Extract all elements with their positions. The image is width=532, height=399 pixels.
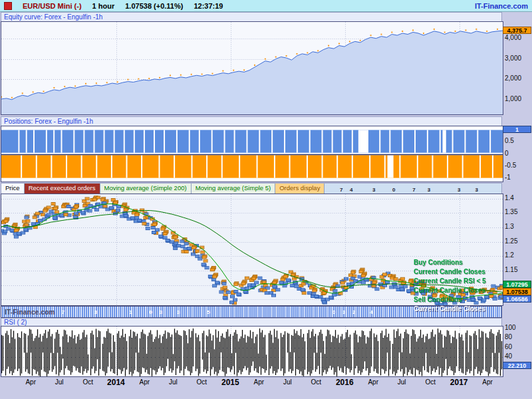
condition-label: Current Candle Closes [414, 286, 486, 295]
condition-label: Sell Conditions [414, 295, 486, 305]
equity-panel-title[interactable]: Equity curve: Forex - Engulfin -1h [1, 12, 502, 21]
positions-panel-title[interactable]: Positions: Forex - Engulfin -1h [1, 116, 502, 126]
order-count-label: 5 [207, 309, 209, 315]
order-count-label: 3 [94, 309, 96, 315]
condition-label: Buy Conditions [414, 258, 486, 267]
moving-average-5-button[interactable]: Moving average (Simple 5) [192, 184, 276, 194]
axis-label: 1.35 [505, 209, 517, 215]
order-count-label: 3 [177, 309, 180, 315]
axis-label: 1.3 [505, 223, 514, 230]
order-count-label: 4 [370, 309, 372, 315]
axis-label: 3,000 [505, 55, 521, 62]
order-count-label: 7 [61, 309, 64, 315]
price-panel-header: Price Recent executed orders Moving aver… [1, 183, 502, 194]
topbar: EUR/USD Mini (-) 1 hour 1.07538 (+0.11%)… [0, 0, 532, 12]
rsi-y-axis: 22.210 10080604020 [503, 326, 531, 376]
x-axis-label: Oct [425, 378, 436, 386]
equity-chart-canvas[interactable] [1, 21, 503, 115]
order-count-label: 3 [160, 309, 162, 315]
axis-label: 1.25 [505, 238, 517, 245]
last-price-label: 1.07538 (+0.11%) [125, 2, 183, 10]
equity-value-badge: 4,375.7 [503, 27, 531, 34]
axis-label: 1.4 [505, 195, 514, 201]
condition-label: Current Candle Closes [414, 305, 486, 314]
price-value-badge: 1.07538 [503, 288, 531, 295]
axis-label: 4,000 [505, 35, 521, 41]
moving-average-200-button[interactable]: Moving average (Simple 200) [100, 184, 192, 194]
axis-label: -1 [505, 174, 511, 181]
watermark: IT-Finance.com [5, 309, 55, 316]
axis-label: 1.15 [505, 267, 517, 273]
x-axis-label: Apr [368, 378, 378, 386]
x-axis-label: Apr [140, 378, 150, 386]
order-count-label: 1 [129, 309, 132, 315]
axis-label: 0 [505, 150, 509, 157]
x-axis-label: Apr [254, 378, 265, 386]
symbol-label: EUR/USD Mini (-) [23, 2, 82, 10]
order-count-label: 0 [149, 309, 152, 315]
x-axis-label: Oct [82, 378, 93, 386]
condition-label: Current Candle Closes [414, 267, 486, 277]
rsi-value-badge: 22.210 [503, 362, 531, 369]
rsi-chart-canvas[interactable] [1, 326, 503, 377]
brand-link[interactable]: IT-Finance.com [475, 2, 528, 10]
positions-y-axis: 1 10.50-0.5-1 [503, 126, 531, 181]
condition-label: Current Candle RSI < 5 [414, 277, 486, 286]
axis-label: 2,000 [505, 75, 521, 82]
orders-display-button[interactable]: Orders display [275, 184, 325, 194]
recent-executed-orders-button[interactable]: Recent executed orders [25, 184, 100, 194]
equity-y-axis: 4,375.7 4,0003,0002,0001,000 [503, 21, 531, 114]
trading-platform-window: EUR/USD Mini (-) 1 hour 1.07538 (+0.11%)… [0, 0, 532, 399]
x-axis-label: Apr [25, 378, 36, 386]
price-panel-title: Price [1, 184, 25, 194]
axis-label: 0.5 [505, 138, 514, 144]
x-axis-label: Jul [283, 378, 292, 386]
x-axis-label: Apr [482, 378, 493, 386]
axis-label: -0.5 [505, 162, 516, 169]
clock-label: 12:37:19 [194, 2, 223, 10]
positions-chart-canvas[interactable] [1, 126, 503, 182]
x-axis-label: 2015 [221, 378, 239, 387]
x-axis-label: Jul [398, 378, 406, 386]
rsi-panel: RSI ( 2) 22.210 10080604020 [0, 318, 532, 376]
x-axis-label: Oct [311, 378, 321, 386]
order-count-label: 3 [342, 309, 345, 315]
x-axis-label: 2017 [450, 378, 468, 387]
x-axis-label: Oct [197, 378, 207, 386]
positions-value-badge: 1 [503, 126, 531, 133]
timeframe-label: 1 hour [92, 2, 115, 10]
axis-label: 60 [505, 344, 512, 350]
positions-panel: Positions: Forex - Engulfin -1h 1 10.50-… [0, 116, 532, 182]
order-count-label: 0 [332, 309, 335, 315]
price-value-badge: 1.07295 [503, 281, 531, 288]
axis-label: 40 [505, 353, 512, 360]
x-axis-label: 2016 [336, 378, 354, 387]
x-axis-label: 2014 [107, 378, 125, 387]
axis-label: 1.2 [505, 252, 514, 259]
axis-label: 100 [505, 325, 516, 331]
price-y-axis: 1.41.351.31.251.21.151.072951.075381.065… [503, 194, 531, 305]
x-axis: AprJulOct2014AprJulOct2015AprJulOct2016A… [1, 376, 502, 390]
rsi-panel-title[interactable]: RSI ( 2) [1, 318, 502, 326]
price-value-badge: 1.06586 [503, 295, 531, 303]
order-count-label: 2 [352, 309, 355, 315]
app-icon[interactable] [4, 2, 12, 10]
x-axis-label: Jul [169, 378, 178, 386]
conditions-overlay: Buy ConditionsCurrent Candle ClosesCurre… [414, 258, 486, 314]
x-axis-label: Jul [55, 378, 64, 386]
equity-panel: Equity curve: Forex - Engulfin -1h 4,375… [0, 12, 532, 116]
axis-label: 1,000 [505, 96, 521, 102]
price-header-numbers: 74307333 [325, 184, 501, 194]
axis-label: 80 [505, 334, 512, 340]
